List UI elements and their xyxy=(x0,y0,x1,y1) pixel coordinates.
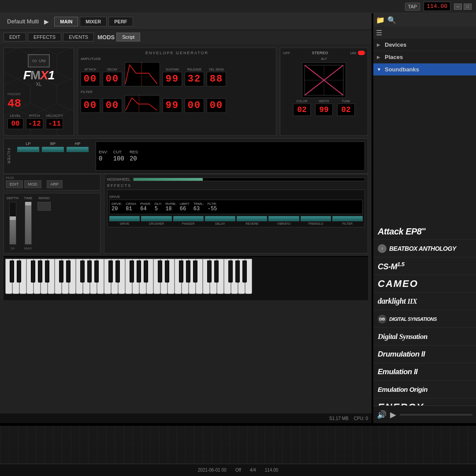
stereo-width: WIDTH 99 xyxy=(315,100,333,116)
black-key[interactable] xyxy=(87,260,92,283)
nav-effects-button[interactable]: EFFECTS xyxy=(28,33,61,41)
black-key[interactable] xyxy=(59,260,63,283)
daw-status-bar: 2021-06-01 00 Off 4/4 114.00 xyxy=(0,464,476,476)
soundbank-digital-syn[interactable]: Digital Synsation xyxy=(373,328,476,346)
cut-value: 100 xyxy=(113,155,124,162)
speaker-icon[interactable]: 🔊 xyxy=(377,410,387,420)
black-key[interactable] xyxy=(242,260,247,283)
cameo-name: CAMEO xyxy=(378,278,418,290)
black-key[interactable] xyxy=(137,260,141,283)
bp-button[interactable] xyxy=(42,147,64,152)
tree-item-places[interactable]: ▶ Places xyxy=(373,51,476,63)
nav-perf-button[interactable]: PERF xyxy=(108,17,133,26)
preset-name: Default Multi xyxy=(7,18,39,25)
black-key[interactable] xyxy=(17,260,21,283)
window-minimize-button[interactable]: ─ xyxy=(454,4,462,10)
lp-button[interactable] xyxy=(17,147,39,152)
soundbank-cs-m[interactable]: CS-M1.5 xyxy=(373,257,476,275)
play-icon[interactable]: ▶ xyxy=(390,410,396,420)
top-section: ∞ UNI FMX1 XL FMIZER 48 xyxy=(4,48,368,136)
bp-label: BP xyxy=(50,141,56,146)
tree-item-devices[interactable]: ▶ Devices xyxy=(373,39,476,51)
soundbank-db-digital[interactable]: DB DIGITAL SYNSATIONS xyxy=(373,310,476,328)
soundbank-darklight[interactable]: darklight IIX xyxy=(373,293,476,310)
drive-btn[interactable] xyxy=(109,216,140,221)
vibrato-btn[interactable] xyxy=(268,216,299,221)
fltr-label: FLTR: xyxy=(208,202,217,206)
search-icon[interactable]: 🔍 xyxy=(387,16,396,24)
black-key[interactable] xyxy=(165,260,169,283)
tremolo-btn[interactable] xyxy=(301,216,331,221)
black-key[interactable] xyxy=(31,260,35,283)
black-key[interactable] xyxy=(214,260,219,283)
black-key[interactable] xyxy=(158,260,162,283)
soundbank-cameo[interactable]: CAMEO xyxy=(373,275,476,293)
drive-label: DRIVE xyxy=(109,195,120,199)
tap-button[interactable]: TAP xyxy=(405,3,420,11)
black-key[interactable] xyxy=(108,260,113,283)
nav-script-button[interactable]: Script xyxy=(116,33,140,41)
black-key[interactable] xyxy=(228,260,233,283)
nav-main-button[interactable]: MAIN xyxy=(54,17,78,26)
time-slider-track[interactable] xyxy=(25,202,32,245)
black-key[interactable] xyxy=(207,260,212,283)
nav-edit-button[interactable]: EDIT xyxy=(4,33,26,41)
black-key[interactable] xyxy=(80,260,85,283)
tree-item-soundbanks[interactable]: ▼ Soundbanks xyxy=(373,63,476,76)
black-key[interactable] xyxy=(10,260,14,283)
soundbank-emulation-ii[interactable]: Emulation II xyxy=(373,363,476,381)
black-key[interactable] xyxy=(186,260,190,283)
drive-section: DRIVE DRVE: 20 CRSH: 81 xyxy=(107,190,365,227)
folder-icon[interactable]: 📁 xyxy=(376,16,385,24)
soundbank-beatbox[interactable]: ♪ BEATBOX ANTHOLOGY xyxy=(373,240,476,257)
main-screen: TAP 114.00 ─ □ Default Multi ▶ MAIN MIXE… xyxy=(0,0,476,476)
filter-type-row: LP BP HP xyxy=(17,141,89,152)
soundbank-attack-ep8[interactable]: Attack EP8∞ xyxy=(373,222,476,240)
depth-slider-track[interactable] xyxy=(9,202,16,245)
hamburger-icon[interactable]: ☰ xyxy=(376,29,382,37)
depth-slider-thumb[interactable] xyxy=(10,216,16,220)
soundbank-drumulation[interactable]: Drumulation II xyxy=(373,346,476,363)
reverb-btn[interactable] xyxy=(237,216,267,221)
effect-trml: TRML: 63 xyxy=(193,202,204,212)
black-key[interactable] xyxy=(144,260,148,283)
effects-label-row: DRIVE CRUSHER PHASER DELAY REVERB VIBRAT… xyxy=(109,222,363,225)
black-key[interactable] xyxy=(115,260,120,283)
filter-btn[interactable] xyxy=(332,216,363,221)
memory-status: S1.17 MB xyxy=(329,416,349,421)
black-key[interactable] xyxy=(179,260,183,283)
nav-arrow[interactable]: ▶ xyxy=(41,16,52,27)
hp-button[interactable] xyxy=(67,147,89,152)
window-maximize-button[interactable]: □ xyxy=(464,4,472,10)
nav-events-button[interactable]: EVENTS xyxy=(63,33,94,41)
black-key[interactable] xyxy=(235,260,240,283)
phaser-btn[interactable] xyxy=(173,216,204,221)
time-slider-thumb[interactable] xyxy=(25,202,31,205)
mono-button[interactable] xyxy=(37,202,51,211)
black-key[interactable] xyxy=(66,260,71,283)
mods-label: MODS xyxy=(97,34,115,41)
mod-button[interactable]: MOD xyxy=(24,180,41,188)
amp-release-value: 32 xyxy=(185,72,204,86)
soundbank-emulation-origin[interactable]: Emulation Origin xyxy=(373,381,476,398)
nav-mixer-button[interactable]: MIXER xyxy=(80,17,107,26)
black-key[interactable] xyxy=(193,260,197,283)
filter-release: 00 xyxy=(185,98,204,113)
arp-button[interactable]: ARP xyxy=(47,180,63,188)
amp-attack-value: 00 xyxy=(81,72,100,86)
crsh-value: 81 xyxy=(126,206,137,212)
black-key[interactable] xyxy=(94,260,99,283)
width-value: 99 xyxy=(315,104,333,116)
off-label: OFF xyxy=(283,51,290,55)
edit-button[interactable]: EDIT xyxy=(6,180,23,188)
black-key[interactable] xyxy=(130,260,134,283)
black-key[interactable] xyxy=(38,260,42,283)
delay-btn[interactable] xyxy=(205,216,235,221)
rvrb-value: 18 xyxy=(165,206,176,212)
filter-display: ENV: 0 CUT: 100 RES: 20 xyxy=(96,141,365,171)
stereo-color: COLOR 02 xyxy=(293,100,311,116)
crusher-btn[interactable] xyxy=(141,216,171,221)
black-key[interactable] xyxy=(45,260,49,283)
soundbank-energy[interactable]: ENERGY xyxy=(373,398,476,405)
content-area: Default Multi ▶ MAIN MIXER PERF EDIT EFF… xyxy=(0,13,476,423)
